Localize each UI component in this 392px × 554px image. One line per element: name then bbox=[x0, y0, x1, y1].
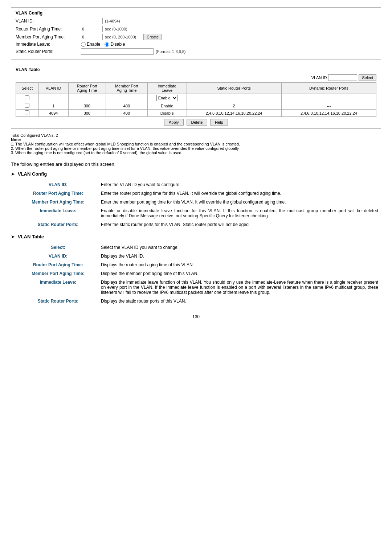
enable-radio[interactable] bbox=[81, 42, 86, 47]
vlan-config-title: VLAN Config bbox=[16, 11, 376, 16]
table-actions: Apply Delete Help bbox=[16, 119, 376, 126]
desc-term-vlan-id: VLAN ID: bbox=[18, 180, 98, 189]
desc-def-router-port-aging: Enter the router port aging time for thi… bbox=[98, 189, 381, 198]
row2-checkbox[interactable] bbox=[25, 110, 29, 115]
note-title: Note: bbox=[11, 138, 381, 142]
table-row: Enable Disable bbox=[16, 94, 376, 102]
row1-immediate-leave: Enable bbox=[147, 102, 187, 110]
desc-row-member-port-aging: Member Port Aging Time: Enter the member… bbox=[18, 198, 381, 206]
desc-def-immediate-leave: Enable or disable immediate leave functi… bbox=[98, 206, 381, 220]
row1-checkbox[interactable] bbox=[25, 103, 29, 108]
member-port-aging-label: Member Port Aging Time: bbox=[16, 34, 81, 40]
row0-checkbox[interactable] bbox=[25, 95, 29, 100]
desc-row-immediate-leave: Immediate Leave: Enable or disable immed… bbox=[18, 206, 381, 220]
row2-member-aging: 400 bbox=[106, 110, 147, 117]
desc-row-router-port-aging-table: Router Port Aging Time: Displays the rou… bbox=[18, 260, 381, 269]
immediate-leave-row: Immediate Leave: Enable Disable bbox=[16, 42, 376, 47]
desc-row-vlan-id-table: VLAN ID: Displays the VLAN ID. bbox=[18, 252, 381, 260]
member-port-aging-row: Member Port Aging Time: sec (0, 200-1000… bbox=[16, 34, 376, 40]
desc-intro: The following entries are displayed on t… bbox=[11, 161, 381, 167]
arrow-icon-1: ➤ bbox=[11, 171, 15, 177]
desc-row-static-router-ports-table: Static Router Ports: Displays the static… bbox=[18, 297, 381, 305]
select-button[interactable]: Select bbox=[359, 74, 376, 81]
desc-def-router-port-aging-table: Displays the router port aging time of t… bbox=[98, 260, 381, 269]
enable-radio-label[interactable]: Enable bbox=[81, 42, 100, 47]
vlan-id-search-input[interactable] bbox=[328, 74, 357, 81]
row0-vlan-id bbox=[38, 94, 68, 102]
vlan-table-subheading: ➤ VLAN Table bbox=[11, 234, 381, 239]
desc-def-select: Select the VLAN ID you want to change. bbox=[98, 243, 381, 252]
page-number: 130 bbox=[11, 314, 381, 319]
member-port-aging-hint: sec (0, 200-1000) bbox=[105, 35, 136, 39]
row2-vlan-id: 4094 bbox=[38, 110, 68, 117]
table-row: 4094 300 400 Disable 2,4,6,8,10,12,14,16… bbox=[16, 110, 376, 117]
desc-term-static-router-ports-table: Static Router Ports: bbox=[18, 297, 98, 305]
vlan-id-hint: (1-4094) bbox=[105, 19, 120, 23]
static-router-ports-row: Static Router Ports: (Format: 1-3,6,8) bbox=[16, 48, 376, 55]
desc-def-vlan-id: Enter the VLAN ID you want to configure. bbox=[98, 180, 381, 189]
row2-static-ports: 2,4,6,8,10,12,14,16,18,20,22,24 bbox=[187, 110, 281, 117]
desc-row-router-port-aging: Router Port Aging Time: Enter the router… bbox=[18, 189, 381, 198]
row0-immediate-leave-select[interactable]: Enable Disable bbox=[156, 95, 178, 101]
vlan-table-desc-table: Select: Select the VLAN ID you want to c… bbox=[18, 243, 381, 305]
vlan-id-input[interactable] bbox=[81, 18, 103, 24]
notes-section: Total Configured VLANs: 2 Note: 1. The V… bbox=[11, 133, 381, 155]
desc-term-member-port-aging: Member Port Aging Time: bbox=[18, 198, 98, 206]
row0-member-aging bbox=[106, 94, 147, 102]
disable-radio[interactable] bbox=[105, 42, 109, 47]
desc-row-immediate-leave-table: Immediate Leave: Displays the immediate … bbox=[18, 278, 381, 297]
desc-def-member-port-aging-table: Displays the member port aging time of t… bbox=[98, 269, 381, 278]
col-immediate-leave: ImmediateLeave bbox=[147, 83, 187, 94]
delete-button[interactable]: Delete bbox=[187, 119, 208, 126]
vlan-config-subheading-text: VLAN Config bbox=[18, 171, 47, 177]
desc-def-immediate-leave-table: Displays the immediate leave function of… bbox=[98, 278, 381, 297]
vlan-table-header-row: VLAN ID Select bbox=[16, 74, 376, 81]
vlan-table-section: VLAN Table VLAN ID Select Select VLAN ID… bbox=[11, 64, 381, 129]
immediate-leave-radios: Enable Disable bbox=[81, 42, 125, 47]
desc-term-vlan-id-table: VLAN ID: bbox=[18, 252, 98, 260]
row0-router-aging bbox=[68, 94, 106, 102]
col-select: Select bbox=[16, 83, 39, 94]
desc-term-static-router-ports: Static Router Ports: bbox=[18, 220, 98, 229]
desc-def-vlan-id-table: Displays the VLAN ID. bbox=[98, 252, 381, 260]
member-port-aging-input[interactable] bbox=[81, 34, 103, 40]
row2-immediate-leave: Disable bbox=[147, 110, 187, 117]
table-row: 1 300 400 Enable 2 --- bbox=[16, 102, 376, 110]
router-port-aging-input[interactable] bbox=[81, 26, 103, 32]
apply-button[interactable]: Apply bbox=[164, 119, 184, 126]
disable-radio-label[interactable]: Disable bbox=[105, 42, 125, 47]
arrow-icon-2: ➤ bbox=[11, 234, 15, 239]
row0-dynamic-ports bbox=[281, 94, 376, 102]
create-button[interactable]: Create bbox=[143, 34, 162, 40]
total-vlans: Total Configured VLANs: 2 bbox=[11, 133, 381, 138]
router-port-aging-label: Router Port Aging Time: bbox=[16, 26, 81, 32]
col-dynamic-router-ports: Dynamic Router Ports bbox=[281, 83, 376, 94]
desc-def-member-port-aging: Enter the member port aging time for thi… bbox=[98, 198, 381, 206]
row0-select[interactable] bbox=[16, 94, 39, 102]
row2-select[interactable] bbox=[16, 110, 39, 117]
desc-row-member-port-aging-table: Member Port Aging Time: Displays the mem… bbox=[18, 269, 381, 278]
note-item-2: 2. When the router port aging time or me… bbox=[11, 146, 381, 151]
col-member-port-aging: Member PortAging Time bbox=[106, 83, 147, 94]
desc-def-static-router-ports-table: Displays the static router ports of this… bbox=[98, 297, 381, 305]
router-port-aging-row: Router Port Aging Time: sec (0-1000) bbox=[16, 26, 376, 32]
note-item-3: 3. When the aging time is not configured… bbox=[11, 151, 381, 155]
vlan-id-label: VLAN ID: bbox=[16, 19, 81, 24]
vlan-id-row: VLAN ID: (1-4094) bbox=[16, 18, 376, 24]
note-item-1: 1. The VLAN configuartion will take effe… bbox=[11, 142, 381, 146]
immediate-leave-label: Immediate Leave: bbox=[16, 42, 81, 47]
row1-select[interactable] bbox=[16, 102, 39, 110]
static-router-ports-input[interactable] bbox=[81, 48, 154, 55]
desc-term-select: Select: bbox=[18, 243, 98, 252]
desc-term-immediate-leave-table: Immediate Leave: bbox=[18, 278, 98, 297]
row1-member-aging: 400 bbox=[106, 102, 147, 110]
row0-static-ports bbox=[187, 94, 281, 102]
static-router-ports-label: Static Router Ports: bbox=[16, 49, 81, 54]
help-button[interactable]: Help bbox=[210, 119, 228, 126]
row1-router-aging: 300 bbox=[68, 102, 106, 110]
router-port-aging-hint: sec (0-1000) bbox=[105, 27, 127, 31]
vlan-table-title: VLAN Table bbox=[16, 67, 376, 72]
vlan-table-subheading-text: VLAN Table bbox=[18, 234, 44, 239]
col-router-port-aging: Router PortAging Time bbox=[68, 83, 106, 94]
row0-immediate-leave[interactable]: Enable Disable bbox=[147, 94, 187, 102]
